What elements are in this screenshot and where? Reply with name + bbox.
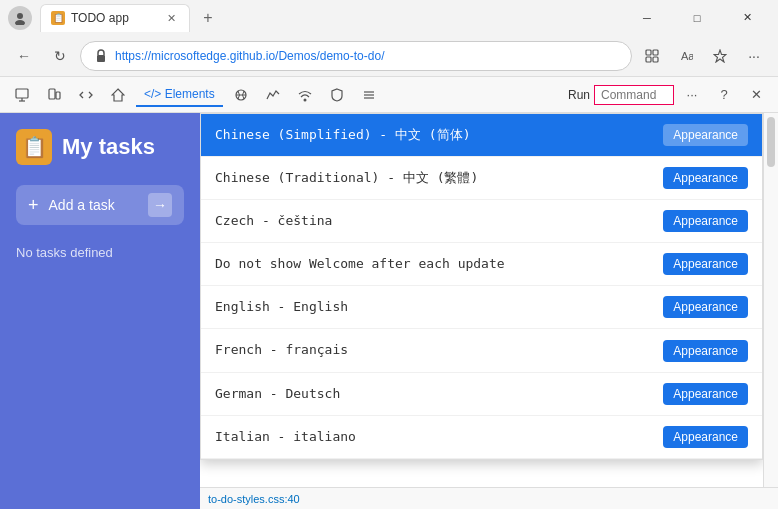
devtools-panel: ▶ <!D ▶ <ht </ html Styl Filte eleme } @…	[200, 113, 778, 509]
dropdown-item-label: English - English	[215, 296, 348, 318]
source-icon[interactable]	[72, 81, 100, 109]
scroll-thumb[interactable]	[767, 117, 775, 167]
svg-rect-3	[646, 50, 651, 55]
more-devtools-icon[interactable]: ···	[678, 81, 706, 109]
command-input[interactable]	[594, 85, 674, 105]
svg-rect-12	[49, 89, 55, 99]
svg-rect-9	[16, 89, 28, 98]
svg-point-0	[17, 13, 23, 19]
tab-bar: 📋 TODO app ✕ +	[40, 4, 616, 32]
status-link[interactable]: to-do-styles.css:40	[208, 493, 300, 505]
svg-marker-14	[112, 89, 124, 101]
svg-text:Aa: Aa	[681, 50, 693, 62]
settings-icon[interactable]	[355, 81, 383, 109]
more-options-icon[interactable]: ···	[738, 40, 770, 72]
add-task-button[interactable]: + Add a task →	[16, 185, 184, 225]
refresh-button[interactable]: ↻	[44, 40, 76, 72]
dropdown-item-label: Chinese (Traditional) - 中文 (繁體)	[215, 167, 478, 189]
url-bar[interactable]: https://microsoftedge.github.io/Demos/de…	[80, 41, 632, 71]
add-task-label: Add a task	[49, 197, 115, 213]
elements-tab[interactable]: </> Elements	[136, 83, 223, 107]
window-controls: ─ □ ✕	[624, 3, 770, 33]
command-bar: Run	[568, 85, 674, 105]
profile-icon[interactable]	[8, 6, 32, 30]
app-area: 📋 My tasks + Add a task → No tasks defin…	[0, 113, 200, 509]
appearance-button-5[interactable]: Appearance	[663, 296, 748, 318]
svg-point-1	[15, 20, 25, 25]
panel-container: ▶ <!D ▶ <ht </ html Styl Filte eleme } @…	[200, 113, 778, 487]
scrollbar[interactable]	[763, 113, 778, 487]
back-button[interactable]: ←	[8, 40, 40, 72]
appearance-button-7[interactable]: Appearance	[663, 383, 748, 405]
dropdown-item-label: Do not show Welcome after each update	[215, 253, 505, 275]
dropdown-item-2[interactable]: Chinese (Traditional) - 中文 (繁體) Appearan…	[201, 157, 762, 200]
dropdown-item-8[interactable]: Italian - italiano Appearance	[201, 416, 762, 459]
svg-rect-2	[97, 55, 105, 62]
new-tab-button[interactable]: +	[194, 4, 222, 32]
network-icon[interactable]	[227, 81, 255, 109]
devtools-toolbar: </> Elements Run ··· ? ✕	[0, 77, 778, 113]
appearance-button-6[interactable]: Appearance	[663, 340, 748, 362]
home-icon[interactable]	[104, 81, 132, 109]
main-area: 📋 My tasks + Add a task → No tasks defin…	[0, 113, 778, 509]
minimize-button[interactable]: ─	[624, 3, 670, 33]
help-icon[interactable]: ?	[710, 81, 738, 109]
no-tasks-text: No tasks defined	[16, 245, 184, 260]
app-title: My tasks	[62, 134, 155, 160]
svg-point-17	[303, 98, 306, 101]
security-icon[interactable]	[323, 81, 351, 109]
address-bar: ← ↻ https://microsoftedge.github.io/Demo…	[0, 35, 778, 77]
svg-rect-6	[653, 57, 658, 62]
run-button[interactable]: Run	[568, 88, 590, 102]
wifi-icon[interactable]	[291, 81, 319, 109]
dropdown-item-3[interactable]: Czech - čeština Appearance	[201, 200, 762, 243]
dropdown-item-label: Italian - italiano	[215, 426, 356, 448]
status-bar: to-do-styles.css:40	[200, 487, 778, 509]
url-text: https://microsoftedge.github.io/Demos/de…	[115, 49, 619, 63]
svg-rect-5	[646, 57, 651, 62]
dropdown-item-1[interactable]: Chinese (Simplified) - 中文 (简体) Appearanc…	[201, 114, 762, 157]
dropdown-overlay: Chinese (Simplified) - 中文 (简体) Appearanc…	[200, 113, 763, 460]
tab-title: TODO app	[71, 11, 129, 25]
active-tab[interactable]: 📋 TODO app ✕	[40, 4, 190, 32]
svg-rect-4	[653, 50, 658, 55]
appearance-button-1[interactable]: Appearance	[663, 124, 748, 146]
svg-marker-8	[714, 50, 726, 62]
dropdown-item-label: German - Deutsch	[215, 383, 340, 405]
arrow-icon: →	[148, 193, 172, 217]
device-icon[interactable]	[40, 81, 68, 109]
browser-frame: 📋 TODO app ✕ + ─ □ ✕ ← ↻ https://microso…	[0, 0, 778, 509]
appearance-button-8[interactable]: Appearance	[663, 426, 748, 448]
tab-favicon: 📋	[51, 11, 65, 25]
svg-rect-13	[56, 92, 60, 99]
appearance-button-3[interactable]: Appearance	[663, 210, 748, 232]
favorites-icon[interactable]	[704, 40, 736, 72]
code-body: ▶ <!D ▶ <ht </ html Styl Filte eleme } @…	[200, 113, 763, 487]
dropdown-item-label: Czech - čeština	[215, 210, 332, 232]
app-header: 📋 My tasks	[16, 129, 184, 165]
appearance-button-2[interactable]: Appearance	[663, 167, 748, 189]
dropdown-item-4[interactable]: Do not show Welcome after each update Ap…	[201, 243, 762, 286]
code-column: ▶ <!D ▶ <ht </ html Styl Filte eleme } @…	[200, 113, 763, 487]
dropdown-item-7[interactable]: German - Deutsch Appearance	[201, 373, 762, 416]
appearance-button-4[interactable]: Appearance	[663, 253, 748, 275]
title-bar: 📋 TODO app ✕ + ─ □ ✕	[0, 0, 778, 35]
dropdown-item-label: French - français	[215, 339, 348, 361]
inspect-icon[interactable]	[8, 81, 36, 109]
close-devtools-icon[interactable]: ✕	[742, 81, 770, 109]
close-button[interactable]: ✕	[724, 3, 770, 33]
collections-icon[interactable]	[636, 40, 668, 72]
app-icon: 📋	[16, 129, 52, 165]
dropdown-item-label: Chinese (Simplified) - 中文 (简体)	[215, 124, 471, 146]
maximize-button[interactable]: □	[674, 3, 720, 33]
tab-close-button[interactable]: ✕	[163, 10, 179, 26]
plus-icon: +	[28, 195, 39, 216]
dropdown-item-6[interactable]: French - français Appearance	[201, 329, 762, 372]
toolbar-icons: Aa ···	[636, 40, 770, 72]
performance-icon[interactable]	[259, 81, 287, 109]
dropdown-item-5[interactable]: English - English Appearance	[201, 286, 762, 329]
lock-icon	[93, 48, 109, 64]
read-aloud-icon[interactable]: Aa	[670, 40, 702, 72]
